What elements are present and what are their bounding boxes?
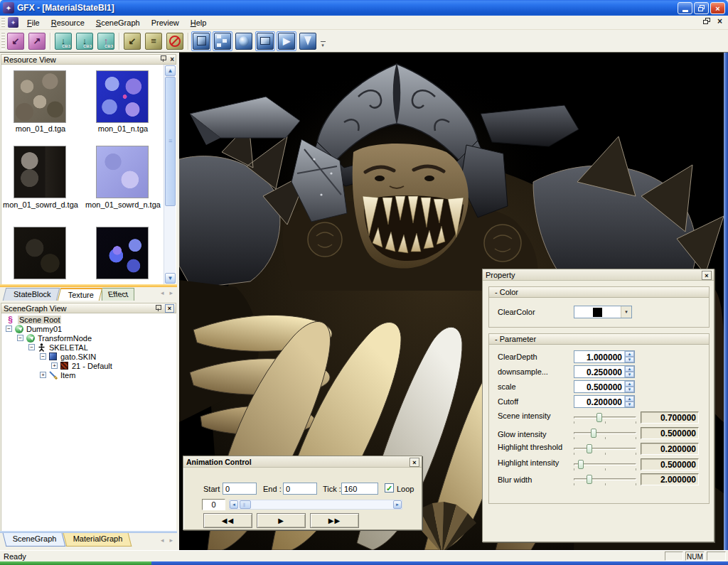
play-preview-toggle[interactable]: ▶: [277, 31, 296, 51]
scroll-down-button[interactable]: ▼: [165, 273, 176, 284]
parameter-group-header[interactable]: - Parameter: [489, 334, 709, 345]
menu-help[interactable]: Help: [185, 17, 213, 28]
end-input[interactable]: [283, 483, 317, 495]
tab-scroll-right-icon[interactable]: ▸: [169, 537, 173, 544]
pen-tool-toggle[interactable]: [298, 31, 318, 51]
pin-icon[interactable]: [155, 305, 161, 312]
texture-thumbnail-sowrd-n[interactable]: [96, 146, 149, 198]
disable-preview-button[interactable]: [165, 31, 185, 51]
spin-up-icon[interactable]: ▲: [625, 381, 634, 387]
fast-forward-button[interactable]: ▶▶: [310, 513, 359, 528]
expand-icon[interactable]: +: [40, 372, 46, 378]
color-group-header[interactable]: - Color: [489, 287, 709, 298]
title-bar[interactable]: ✦ GFX - [MaterialStateBl1] ×: [0, 0, 728, 16]
scenegraph-view-close-button[interactable]: ×: [165, 304, 174, 313]
scrollbar-thumb[interactable]: [165, 77, 176, 206]
scrollbar-thumb[interactable]: [240, 500, 251, 509]
combo-dropdown-icon[interactable]: ▼: [621, 306, 631, 318]
show-box-toggle[interactable]: [191, 31, 211, 51]
tree-node-dummy01[interactable]: − Dummy01: [1, 324, 176, 333]
rewind-button[interactable]: ◀◀: [203, 513, 252, 528]
spin-down-icon[interactable]: ▼: [625, 357, 634, 362]
scroll-up-button[interactable]: ▲: [165, 65, 176, 76]
tick-input[interactable]: [341, 483, 378, 495]
close-button[interactable]: ×: [710, 2, 725, 14]
tree-node-skeletal[interactable]: − SKELETAL: [1, 343, 176, 352]
cutoff-spinner[interactable]: 0.200000 ▲▼: [574, 395, 635, 408]
start-input[interactable]: [223, 483, 257, 495]
spin-down-icon[interactable]: ▼: [625, 387, 634, 392]
menu-preview[interactable]: Preview: [146, 17, 185, 28]
scene-tool-button[interactable]: ≡: [144, 31, 164, 51]
property-close-button[interactable]: ×: [702, 271, 712, 280]
texture-thumbnail[interactable]: [14, 227, 66, 279]
tab-scroll-left-icon[interactable]: ◂: [161, 289, 164, 296]
tree-node-scene-root[interactable]: § Scene Root: [1, 315, 176, 324]
mdi-close-button[interactable]: ×: [717, 18, 722, 25]
minimize-button[interactable]: [678, 2, 692, 14]
texture-thumbnail[interactable]: [96, 227, 149, 279]
resource-view-close-icon[interactable]: ×: [170, 56, 174, 63]
show-hierarchy-toggle[interactable]: [213, 31, 232, 51]
tab-scroll-left-icon[interactable]: ◂: [161, 537, 164, 544]
cb3-export-button[interactable]: ↓CB3: [75, 31, 95, 51]
tab-effect[interactable]: Effect: [102, 288, 134, 301]
spin-up-icon[interactable]: ▲: [625, 396, 634, 402]
mdi-child-icon[interactable]: ✦: [8, 17, 18, 28]
save-material-button[interactable]: ↗: [27, 31, 47, 51]
tab-scenegraph[interactable]: SceneGraph: [3, 533, 66, 547]
mdi-restore-button[interactable]: [703, 18, 710, 25]
show-plane-toggle[interactable]: [255, 31, 275, 51]
scene-intensity-slider[interactable]: [574, 412, 636, 424]
animation-dialog-titlebar[interactable]: Animation Control ×: [183, 456, 422, 468]
expand-icon[interactable]: +: [51, 362, 58, 369]
resource-tool-button[interactable]: ↙: [122, 31, 142, 51]
menu-scenegraph[interactable]: SceneGraph: [90, 17, 146, 28]
spin-up-icon[interactable]: ▲: [625, 366, 634, 372]
frame-scrollbar[interactable]: ◄ ►: [229, 500, 402, 510]
toolbar-gripper[interactable]: [1, 32, 5, 50]
scroll-left-button[interactable]: ◄: [230, 500, 238, 509]
slider-thumb[interactable]: [587, 475, 592, 484]
loop-checkbox[interactable]: ✓: [385, 483, 394, 493]
open-material-button[interactable]: ↙: [6, 31, 26, 51]
restore-button[interactable]: [694, 2, 709, 14]
slider-thumb[interactable]: [591, 429, 596, 438]
spin-down-icon[interactable]: ▼: [625, 372, 634, 377]
slider-thumb[interactable]: [587, 444, 592, 453]
property-panel-titlebar[interactable]: Property ×: [483, 269, 714, 281]
collapse-icon[interactable]: −: [40, 353, 46, 360]
cb3-upload-button[interactable]: ↑CB3: [96, 31, 116, 51]
glow-intensity-slider[interactable]: [574, 428, 636, 439]
scenegraph-view-header[interactable]: SceneGraph View ×: [1, 303, 176, 313]
texture-thumbnail-mon-01-d[interactable]: [14, 70, 66, 123]
clearcolor-combo[interactable]: ▼: [574, 306, 632, 318]
tab-scroll-right-icon[interactable]: ▸: [169, 289, 173, 296]
spin-down-icon[interactable]: ▼: [625, 402, 634, 407]
spin-up-icon[interactable]: ▲: [625, 351, 634, 357]
slider-thumb[interactable]: [596, 413, 602, 422]
toolbar-overflow-button[interactable]: ▾: [318, 31, 327, 50]
tab-materialgraph[interactable]: MaterialGraph: [63, 533, 131, 547]
pin-icon[interactable]: [160, 55, 166, 63]
collapse-icon[interactable]: −: [17, 335, 23, 341]
cleardepth-spinner[interactable]: 1.000000 ▲▼: [574, 350, 635, 363]
texture-thumbnail-mon-01-n[interactable]: [96, 70, 149, 123]
blur-width-slider[interactable]: [574, 474, 636, 485]
menu-file[interactable]: File: [21, 17, 46, 28]
highlight-intensity-slider[interactable]: [574, 459, 636, 470]
tree-node-transformnode[interactable]: − TransformNode: [1, 333, 176, 343]
collapse-icon[interactable]: −: [6, 325, 12, 332]
scroll-right-button[interactable]: ►: [393, 500, 402, 509]
tab-stateblock[interactable]: StateBlock: [3, 288, 60, 301]
menubar-gripper[interactable]: [1, 17, 5, 28]
tree-node-21-default[interactable]: + 21 - Default: [1, 361, 176, 370]
tree-node-item[interactable]: + Item: [1, 370, 176, 380]
animation-close-button[interactable]: ×: [410, 458, 419, 467]
tab-texture[interactable]: Texture: [57, 288, 102, 301]
show-sphere-toggle[interactable]: [234, 31, 254, 51]
downsample-spinner[interactable]: 0.250000 ▲▼: [574, 365, 635, 378]
texture-thumbnail-sowrd-d[interactable]: [14, 146, 66, 198]
highlight-threshold-slider[interactable]: [574, 443, 636, 455]
play-button[interactable]: ▶: [257, 513, 306, 528]
